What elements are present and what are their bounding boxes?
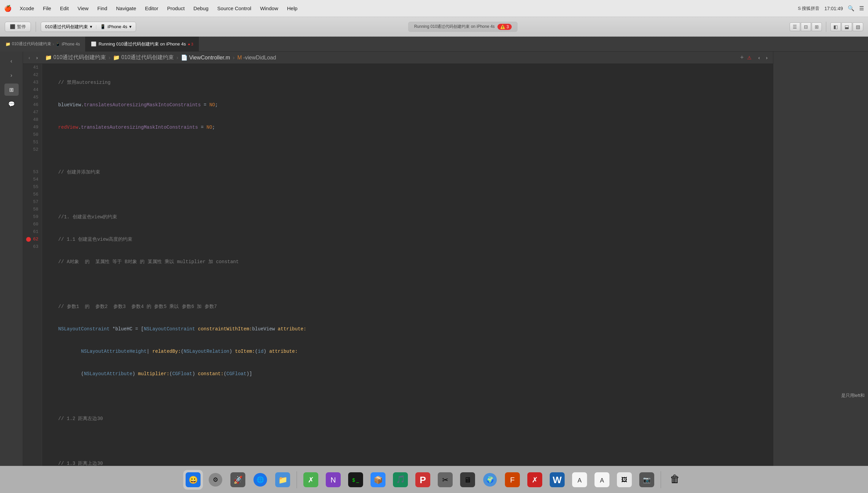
navigator-file-btn[interactable]: ⊞	[4, 84, 19, 96]
code-line-49: // A对象 的 某属性 等于 B对象 的 某属性 乘以 multiplier …	[47, 258, 768, 266]
code-line-44	[47, 146, 768, 153]
breadcrumb-group[interactable]: 📁 010通过代码创建约束	[113, 54, 174, 61]
nav-back-arrow[interactable]: ‹	[26, 54, 32, 61]
svg-text:✗: ✗	[532, 476, 538, 484]
tab-bar: 📁 010通过代码创建约束 › 📱 iPhone 4s ⬜ Running 01…	[0, 37, 868, 52]
navigator-forward-btn[interactable]: ›	[4, 69, 19, 81]
dock-item-launchpad[interactable]: 🚀	[228, 470, 248, 490]
line-num-62: 62	[26, 236, 38, 243]
dock-item-finder[interactable]: 😀	[183, 470, 203, 490]
menu-file[interactable]: File	[40, 4, 55, 13]
dock-item-trash[interactable]: 🗑	[665, 470, 685, 490]
code-editor[interactable]: 41 42 43 44 45 46 47 48 49 50 51 52 53 5…	[23, 64, 773, 467]
line-num-43: 43	[26, 79, 38, 86]
menu-product[interactable]: Product	[164, 4, 188, 13]
bottom-panel-toggle[interactable]: ⬓	[842, 22, 852, 31]
menu-window[interactable]: Window	[257, 4, 281, 13]
scheme-selector[interactable]: 010通过代码创建约束 ▾ | 📱 iPhone 4s ▾	[41, 22, 136, 32]
layout-toggle-group: ☰ ⊟ ⊞	[790, 22, 822, 31]
dock-item-music[interactable]: 🎵	[391, 470, 410, 490]
dock-item-box[interactable]: 📦	[368, 470, 388, 490]
stop-button[interactable]: ⬛ 暂停	[5, 22, 31, 32]
code-line-41: // 禁用autoresizing	[47, 79, 768, 86]
toolbar-separator-1	[36, 22, 36, 32]
svg-text:📦: 📦	[374, 475, 383, 485]
dock-item-display[interactable]: 🖥	[458, 470, 477, 490]
line-num-51: 51	[26, 139, 38, 146]
nav-breadcrumb-forward[interactable]: ›	[764, 54, 770, 61]
menu-debug[interactable]: Debug	[190, 4, 212, 13]
menu-editor[interactable]: Editor	[141, 4, 162, 13]
line-num-49: 49	[26, 124, 38, 131]
code-line-56: // 1.3 距离上边30	[47, 460, 768, 467]
code-line-54: // 1.2 距离左边30	[47, 415, 768, 422]
nav-forward-arrow[interactable]: ›	[34, 54, 40, 61]
chevron-down-icon-2: ▾	[129, 24, 132, 29]
code-line-52c: (NSLayoutAttribute) multiplier:(CGFloat)…	[47, 370, 768, 378]
breadcrumb-sep-2: ›	[176, 55, 178, 61]
folder-icon: 📁	[5, 42, 11, 47]
dock-item-word[interactable]: W	[547, 470, 567, 490]
line-num-55: 55	[26, 183, 38, 191]
dock-item-safari[interactable]: 🌐	[250, 470, 270, 490]
chevron-down-icon: ▾	[90, 24, 92, 29]
line-num-58: 58	[26, 206, 38, 213]
dock-item-preview[interactable]: 🖼	[615, 470, 634, 490]
menu-xcode[interactable]: Xcode	[16, 4, 38, 13]
right-panel-toggle[interactable]: ▧	[853, 22, 863, 31]
breadcrumb-project[interactable]: 📁 010通过代码创建约束	[45, 54, 106, 61]
menu-view[interactable]: View	[74, 4, 92, 13]
notification-icon[interactable]: ☰	[859, 5, 864, 12]
code-line-48: // 1.1 创建蓝色view高度的约束	[47, 236, 768, 243]
dock-item-x2[interactable]: ✗	[525, 470, 545, 490]
code-line-43: redView.translatesAutoresizingMaskIntoCo…	[47, 124, 768, 131]
search-icon[interactable]: 🔍	[848, 5, 854, 12]
dock-item-sysprefs[interactable]: ⚙	[206, 470, 225, 490]
menu-help[interactable]: Help	[284, 4, 301, 13]
svg-text:🚀: 🚀	[233, 475, 243, 485]
left-panel-toggle[interactable]: ◧	[830, 22, 841, 31]
chevron-right-icon: ›	[53, 42, 54, 47]
svg-text:A: A	[600, 477, 604, 484]
svg-text:A: A	[578, 477, 582, 484]
navigator-back-btn[interactable]: ‹	[4, 55, 19, 67]
code-line-52b: NSLayoutAttributeHeight| relatedBy:(NSLa…	[47, 348, 768, 355]
breadcrumb-method[interactable]: M -viewDidLoad	[237, 55, 276, 61]
dock-item-screenshot[interactable]: 📷	[637, 470, 657, 490]
dock-item-onenote[interactable]: N	[323, 470, 343, 490]
code-line-52: NSLayoutConstraint *blueHC = [NSLayoutCo…	[47, 325, 768, 333]
tab-viewcontroller[interactable]: ⬜ Running 010通过代码创建约束 on iPhone 4s ● 3	[86, 37, 199, 52]
breadcrumb-file[interactable]: 📄 ViewController.m	[181, 54, 230, 61]
project-breadcrumb-left: 📁 010通过代码创建约束 › 📱 iPhone 4s	[0, 37, 86, 52]
line-num-61: 61	[26, 228, 38, 236]
nav-breadcrumb-back[interactable]: ‹	[756, 54, 762, 61]
code-text[interactable]: // 禁用autoresizing blueView.translatesAut…	[42, 64, 773, 467]
menu-navigate[interactable]: Navigate	[113, 4, 139, 13]
dock-item-scissors[interactable]: ✂	[435, 470, 455, 490]
menu-find[interactable]: Find	[94, 4, 111, 13]
dock-item-ftp[interactable]: F	[503, 470, 522, 490]
menu-source-control[interactable]: Source Control	[214, 4, 254, 13]
dock-item-earth[interactable]: 🌍	[480, 470, 500, 490]
dock-item-terminal[interactable]: $ _	[346, 470, 365, 490]
svg-text:🖥: 🖥	[464, 476, 471, 484]
svg-text:✂: ✂	[442, 476, 448, 484]
dock-item-xapp[interactable]: ✗	[301, 470, 321, 490]
dock-item-font1[interactable]: A	[570, 470, 589, 490]
menu-edit[interactable]: Edit	[57, 4, 72, 13]
dock-item-papp[interactable]: P	[413, 470, 433, 490]
apple-menu-icon[interactable]: 🍎	[4, 5, 12, 12]
svg-text:✗: ✗	[308, 476, 314, 484]
layout-navigator-btn[interactable]: ☰	[790, 22, 800, 31]
layout-version-btn[interactable]: ⊞	[812, 22, 822, 31]
dock-item-font2[interactable]: A	[592, 470, 612, 490]
add-editor-button[interactable]: +	[739, 53, 745, 62]
code-line-42: blueView.translatesAutoresizingMaskIntoC…	[47, 101, 768, 109]
navigator-chat-btn[interactable]: 💬	[4, 98, 19, 110]
dock-item-files[interactable]: 📁	[273, 470, 293, 490]
line-num-53: 53	[26, 168, 38, 176]
editor-nav-bar: ‹ › 📁 010通过代码创建约束 › 📁 010通过代码创建约束 › 📄 Vi…	[23, 52, 773, 64]
layout-assistant-btn[interactable]: ⊟	[801, 22, 811, 31]
breakpoint-indicator	[26, 237, 31, 242]
line-num-52b	[26, 153, 38, 161]
